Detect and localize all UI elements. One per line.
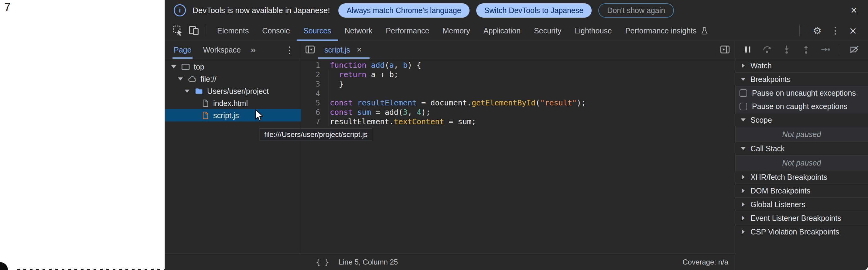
disclosure-triangle[interactable] [170,65,177,68]
device-toolbar-button[interactable] [188,25,199,37]
step-over-button[interactable] [762,44,772,56]
code-line: 2 return a + b; [301,70,735,79]
infobar-buttons: Always match Chrome's languageSwitch Dev… [338,3,674,18]
section-scope[interactable]: Scope [735,113,868,127]
editor-tab-script-js[interactable]: script.js × [318,41,370,59]
inspect-element-button[interactable] [173,25,183,37]
tab-network[interactable]: Network [338,21,379,41]
gear-icon[interactable]: ⚙ [813,26,822,35]
disclosure-triangle[interactable] [177,78,184,81]
disclosure-triangle [740,147,747,150]
code-token: ); [421,108,430,117]
section-label: CSP Violation Breakpoints [750,228,839,236]
tab-lighthouse[interactable]: Lighthouse [568,21,618,41]
section-call-stack[interactable]: Call Stack [735,142,868,155]
section-watch[interactable]: Watch [735,59,868,72]
code-token: resultElement. [330,117,394,126]
devtools-tabbar: ElementsConsoleSourcesNetworkPerformance… [165,21,868,41]
tab-elements[interactable]: Elements [211,21,255,41]
tab-label: Network [345,26,373,35]
checkbox[interactable] [740,103,747,110]
tree-item-script-js[interactable]: script.js [165,109,301,121]
deactivate-breakpoints-button[interactable] [849,44,860,56]
tabbar-right-divider [799,25,800,36]
code-token: ( [385,61,390,69]
navigator-overflow-menu-icon[interactable]: ⋮ [283,44,296,56]
switch-devtools-to-japanese-button[interactable]: Switch DevTools to Japanese [476,3,592,18]
tab-application[interactable]: Application [477,21,527,41]
tree-item-index-html[interactable]: index.html [165,97,301,109]
panel-tabs: ElementsConsoleSourcesNetworkPerformance… [211,21,715,41]
code-token: } [330,80,343,88]
section-event-listener-breakpoints[interactable]: Event Listener Breakpoints [735,211,868,225]
code-text[interactable]: function add(a, b) { [330,60,421,70]
code-text[interactable]: } [330,79,343,89]
section-csp-violation-breakpoints[interactable]: CSP Violation Breakpoints [735,225,868,238]
tree-item-label: top [194,63,205,71]
code-text[interactable]: return a + b; [330,70,399,79]
line-number[interactable]: 2 [301,70,320,79]
tab-console[interactable]: Console [255,21,297,41]
checkbox-row-pause-on-uncaught-exceptions[interactable]: Pause on uncaught exceptions [735,86,868,100]
toggle-debugger-sidebar-button[interactable] [720,44,730,56]
step-into-button[interactable] [781,44,792,56]
tabbar-right-controls: ⚙ ⋮ × [795,21,868,41]
tab-sources[interactable]: Sources [297,21,338,41]
line-number[interactable]: 3 [301,79,320,89]
step-out-icon [801,44,811,55]
info-icon: i [174,4,186,17]
checkbox[interactable] [740,89,747,97]
tab-performance-insights[interactable]: Performance insights [619,21,715,41]
step-out-button[interactable] [801,44,811,56]
section-label: Watch [750,61,772,70]
code-token: function [330,61,366,69]
section-label: Breakpoints [750,75,790,84]
tab-workspace[interactable]: Workspace [202,41,242,59]
section-dom-breakpoints[interactable]: DOM Breakpoints [735,184,868,198]
line-number[interactable]: 1 [301,60,320,70]
code-token: ); [577,98,586,107]
code-line: 1function add(a, b) { [301,60,735,70]
code-editor[interactable]: 1function add(a, b) {2 return a + b;3 }4… [301,59,735,253]
code-text[interactable]: const resultElement = document.getElemen… [330,98,586,108]
pretty-print-icon[interactable]: { } [314,258,331,267]
don-t-show-again-button[interactable]: Don't show again [598,3,674,18]
code-text[interactable]: resultElement.textContent = sum; [330,117,476,126]
pause-button[interactable] [743,44,753,56]
disclosure-triangle [740,188,747,193]
more-tabs-icon[interactable]: » [249,44,257,55]
tree-item-users-user-project[interactable]: Users/user/project [165,85,301,97]
tab-memory[interactable]: Memory [436,21,476,41]
tab-security[interactable]: Security [527,21,568,41]
line-number[interactable]: 4 [301,89,320,98]
disclosure-triangle [740,202,747,207]
toggle-navigator-button[interactable] [305,44,315,56]
close-devtools-icon[interactable]: × [849,26,857,35]
line-number[interactable]: 7 [301,117,320,126]
infobar-close-icon[interactable]: × [849,5,859,16]
tab-page[interactable]: Page [173,41,192,59]
close-tab-icon[interactable]: × [355,45,364,54]
step-button[interactable] [820,44,831,56]
disclosure-triangle [740,175,747,179]
tab-performance[interactable]: Performance [379,21,436,41]
experiment-flask-icon [700,27,709,35]
disclosure-triangle[interactable] [183,90,191,93]
line-number[interactable]: 6 [301,108,320,117]
section-global-listeners[interactable]: Global Listeners [735,198,868,211]
tree-item-file[interactable]: file:// [165,73,301,85]
code-token: const [330,98,352,107]
editor-pane: script.js × 1function add(a, b) {2 retur… [301,41,735,253]
line-number[interactable]: 5 [301,98,320,108]
code-token: a [390,61,394,69]
code-text[interactable]: const sum = add(3, 4); [330,108,430,117]
more-options-icon[interactable]: ⋮ [831,26,840,35]
section-breakpoints[interactable]: Breakpoints [735,72,868,86]
step-icon [820,44,831,55]
tab-label: Performance insights [625,26,697,35]
tree-item-top[interactable]: top [165,61,301,73]
section-xhr-fetch-breakpoints[interactable]: XHR/fetch Breakpoints [735,170,868,184]
code-token: add [371,61,384,69]
always-match-chrome-s-language-button[interactable]: Always match Chrome's language [338,3,469,18]
checkbox-row-pause-on-caught-exceptions[interactable]: Pause on caught exceptions [735,100,868,113]
